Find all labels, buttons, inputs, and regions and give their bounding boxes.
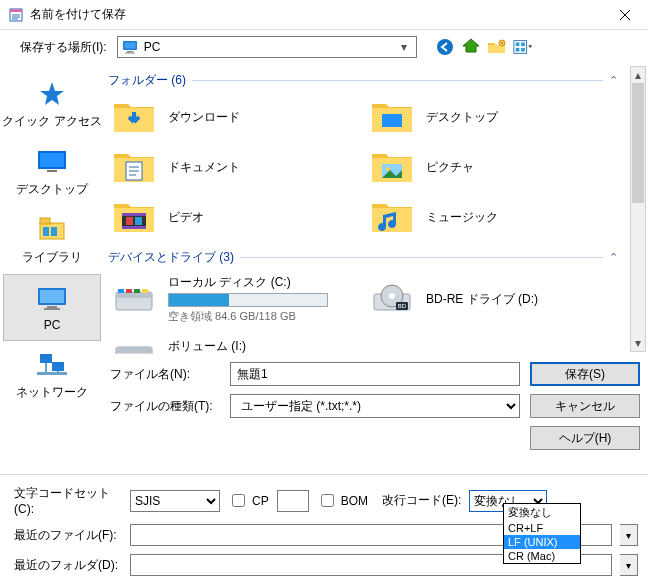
svg-point-54 bbox=[389, 293, 395, 299]
bom-checkbox[interactable]: BOM bbox=[317, 491, 368, 510]
group-title: デバイスとドライブ (3) bbox=[108, 249, 234, 266]
group-header-folders[interactable]: フォルダー (6) ⌃ bbox=[108, 72, 624, 89]
place-label: PC bbox=[44, 318, 61, 332]
svg-rect-44 bbox=[126, 217, 133, 225]
folder-music[interactable]: ミュージック bbox=[366, 195, 624, 239]
dialog-body: クイック アクセス デスクトップ ライブラリ PC ネットワーク フォルダー (… bbox=[0, 64, 648, 354]
folder-desktop[interactable]: デスクトップ bbox=[366, 95, 624, 139]
look-in-combo[interactable]: PC ▾ bbox=[117, 36, 417, 58]
folder-pictures[interactable]: ピクチャ bbox=[366, 145, 624, 189]
drive-label: BD-RE ドライブ (D:) bbox=[426, 291, 538, 308]
eol-option[interactable]: CR+LF bbox=[504, 521, 580, 535]
item-label: ビデオ bbox=[168, 209, 204, 226]
eol-option[interactable]: CR (Mac) bbox=[504, 549, 580, 563]
folder-videos[interactable]: ビデオ bbox=[108, 195, 366, 239]
documents-icon bbox=[110, 147, 158, 187]
chevron-down-icon: ▾ bbox=[396, 40, 412, 54]
svg-rect-48 bbox=[118, 289, 124, 293]
cp-input[interactable] bbox=[277, 490, 309, 512]
desktop-icon bbox=[36, 146, 68, 178]
back-button[interactable] bbox=[435, 37, 455, 57]
capacity-bar bbox=[168, 293, 328, 307]
scroll-down-icon[interactable]: ▾ bbox=[631, 335, 645, 351]
downloads-icon bbox=[110, 97, 158, 137]
svg-rect-1 bbox=[10, 9, 22, 12]
hdd-icon bbox=[110, 334, 158, 354]
cp-checkbox[interactable]: CP bbox=[228, 491, 269, 510]
place-label: デスクトップ bbox=[16, 181, 88, 198]
drive-i[interactable]: ボリューム (I:) bbox=[108, 332, 366, 354]
place-desktop[interactable]: デスクトップ bbox=[0, 138, 104, 206]
eol-option[interactable]: LF (UNIX) bbox=[504, 535, 580, 549]
videos-icon bbox=[110, 197, 158, 237]
folder-documents[interactable]: ドキュメント bbox=[108, 145, 366, 189]
svg-rect-19 bbox=[40, 153, 64, 167]
svg-rect-43 bbox=[122, 226, 146, 229]
drive-label: ボリューム (I:) bbox=[168, 338, 328, 355]
title-bar: 名前を付けて保存 bbox=[0, 0, 648, 30]
look-in-label: 保存する場所(I): bbox=[20, 39, 107, 56]
svg-rect-49 bbox=[126, 289, 132, 293]
drive-d[interactable]: BD BD-RE ドライブ (D:) bbox=[366, 272, 624, 326]
recent-folder-dropdown[interactable]: ▾ bbox=[620, 554, 638, 576]
svg-rect-27 bbox=[47, 306, 57, 308]
item-label: ピクチャ bbox=[426, 159, 474, 176]
item-label: ドキュメント bbox=[168, 159, 240, 176]
star-icon bbox=[36, 78, 68, 110]
scroll-track[interactable] bbox=[631, 83, 645, 335]
folder-downloads[interactable]: ダウンロード bbox=[108, 95, 366, 139]
drive-c[interactable]: ローカル ディスク (C:) 空き領域 84.6 GB/118 GB bbox=[108, 272, 366, 326]
recent-file-dropdown[interactable]: ▾ bbox=[620, 524, 638, 546]
svg-rect-20 bbox=[47, 170, 57, 172]
item-label: ダウンロード bbox=[168, 109, 240, 126]
svg-rect-22 bbox=[40, 218, 50, 224]
filetype-select[interactable]: ユーザー指定 (*.txt;*.*) bbox=[230, 394, 520, 418]
view-menu-button[interactable] bbox=[513, 37, 533, 57]
collapse-icon: ⌃ bbox=[609, 74, 618, 87]
svg-rect-50 bbox=[134, 289, 140, 293]
up-button[interactable] bbox=[461, 37, 481, 57]
scrollbar-vertical[interactable]: ▴ ▾ bbox=[630, 66, 646, 352]
scroll-thumb[interactable] bbox=[632, 83, 644, 203]
svg-point-40 bbox=[386, 167, 390, 171]
look-in-value: PC bbox=[144, 40, 396, 54]
desktop-folder-icon bbox=[368, 97, 416, 137]
item-label: デスクトップ bbox=[426, 109, 498, 126]
place-label: クイック アクセス bbox=[2, 113, 101, 130]
scroll-up-icon[interactable]: ▴ bbox=[631, 67, 645, 83]
drive-free: 空き領域 84.6 GB/118 GB bbox=[168, 309, 328, 324]
pictures-icon bbox=[368, 147, 416, 187]
charset-select[interactable]: SJIS bbox=[130, 490, 220, 512]
new-folder-button[interactable] bbox=[487, 37, 507, 57]
place-libraries[interactable]: ライブラリ bbox=[0, 206, 104, 274]
svg-rect-15 bbox=[521, 42, 525, 46]
filetype-label: ファイルの種類(T): bbox=[110, 398, 220, 415]
group-title: フォルダー (6) bbox=[108, 72, 186, 89]
place-quick-access[interactable]: クイック アクセス bbox=[0, 70, 104, 138]
svg-rect-42 bbox=[122, 213, 146, 216]
eol-option[interactable]: 変換なし bbox=[504, 504, 580, 521]
svg-rect-34 bbox=[382, 114, 402, 127]
place-label: ライブラリ bbox=[22, 249, 82, 266]
svg-rect-28 bbox=[44, 308, 60, 310]
file-listing: フォルダー (6) ⌃ ダウンロード デスクトップ ドキュメント ピクチャ bbox=[104, 64, 648, 354]
fields-area: ファイル名(N): 保存(S) ファイルの種類(T): ユーザー指定 (*.tx… bbox=[0, 354, 648, 462]
eol-dropdown-list[interactable]: 変換なし CR+LF LF (UNIX) CR (Mac) bbox=[503, 503, 581, 564]
svg-rect-23 bbox=[43, 227, 49, 236]
group-header-drives[interactable]: デバイスとドライブ (3) ⌃ bbox=[108, 249, 624, 266]
filename-input[interactable] bbox=[230, 362, 520, 386]
pc-icon bbox=[122, 39, 138, 55]
svg-rect-17 bbox=[521, 48, 525, 52]
help-button[interactable]: ヘルプ(H) bbox=[530, 426, 640, 450]
close-icon bbox=[620, 10, 630, 20]
close-button[interactable] bbox=[602, 0, 648, 30]
separator bbox=[0, 474, 648, 475]
libraries-icon bbox=[36, 214, 68, 246]
look-in-toolbar: 保存する場所(I): PC ▾ bbox=[0, 30, 648, 64]
drive-label: ローカル ディスク (C:) bbox=[168, 274, 328, 291]
svg-rect-10 bbox=[125, 53, 135, 54]
cancel-button[interactable]: キャンセル bbox=[530, 394, 640, 418]
place-pc[interactable]: PC bbox=[3, 274, 101, 341]
recent-file-label: 最近のファイル(F): bbox=[10, 527, 122, 544]
save-button[interactable]: 保存(S) bbox=[530, 362, 640, 386]
